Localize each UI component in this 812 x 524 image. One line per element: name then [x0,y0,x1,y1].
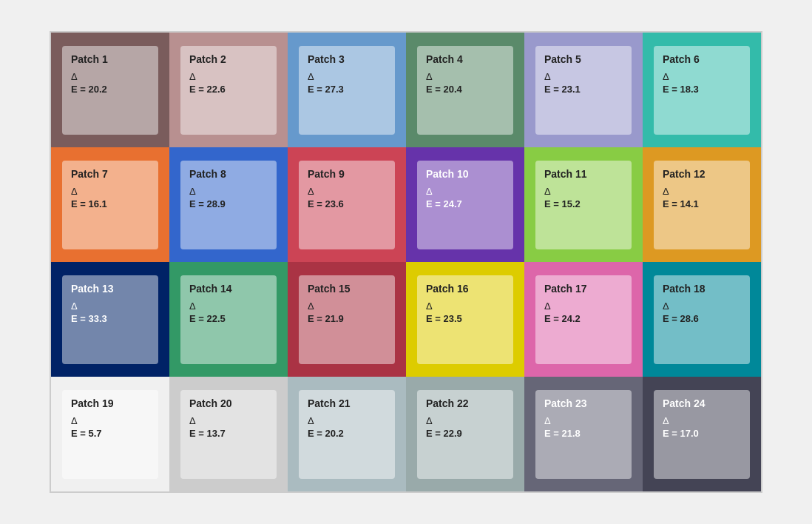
patch-name-4: Patch 4 [426,53,504,65]
patch-cell-4: Patch 4ΔE = 20.4 [406,33,524,147]
patch-card-10: Patch 10ΔE = 24.7 [417,161,513,249]
patch-card-7: Patch 7ΔE = 16.1 [62,161,158,249]
patch-delta-23: Δ [544,415,623,426]
patch-cell-9: Patch 9ΔE = 23.6 [288,147,406,262]
patch-name-23: Patch 23 [544,397,623,409]
patch-delta-20: Δ [189,415,268,426]
patch-card-2: Patch 2ΔE = 22.6 [180,46,277,135]
patch-delta-10: Δ [426,186,504,197]
patch-card-24: Patch 24ΔE = 17.0 [654,390,750,479]
patch-e-24: E = 17.0 [663,428,741,439]
patch-delta-21: Δ [308,415,386,426]
patch-card-22: Patch 22ΔE = 22.9 [417,390,513,479]
patch-e-21: E = 20.2 [308,428,386,439]
patch-delta-15: Δ [308,300,386,312]
patch-e-3: E = 27.3 [308,84,386,95]
patch-name-12: Patch 12 [663,168,741,180]
patch-cell-8: Patch 8ΔE = 28.9 [169,147,288,262]
patch-delta-24: Δ [663,415,741,426]
patch-e-17: E = 24.2 [544,313,623,324]
patch-card-17: Patch 17ΔE = 24.2 [535,275,632,364]
patch-name-15: Patch 15 [308,283,386,295]
patch-cell-5: Patch 5ΔE = 23.1 [524,33,643,147]
patch-cell-1: Patch 1ΔE = 20.2 [51,33,169,147]
patch-card-14: Patch 14ΔE = 22.5 [180,275,277,364]
patch-card-23: Patch 23ΔE = 21.8 [535,390,632,479]
patch-e-18: E = 28.6 [663,313,741,324]
patch-card-3: Patch 3ΔE = 27.3 [299,46,395,135]
patch-delta-17: Δ [544,300,623,312]
patch-cell-17: Patch 17ΔE = 24.2 [524,262,643,377]
patch-name-17: Patch 17 [544,283,623,295]
patch-cell-3: Patch 3ΔE = 27.3 [288,33,406,147]
patch-delta-3: Δ [308,71,386,82]
patch-cell-7: Patch 7ΔE = 16.1 [51,147,169,262]
patch-cell-6: Patch 6ΔE = 18.3 [643,33,761,147]
patch-cell-18: Patch 18ΔE = 28.6 [643,262,761,377]
patch-e-5: E = 23.1 [544,84,623,95]
patch-name-21: Patch 21 [308,397,386,409]
patch-cell-14: Patch 14ΔE = 22.5 [169,262,288,377]
patch-cell-12: Patch 12ΔE = 14.1 [643,147,761,262]
patch-card-13: Patch 13ΔE = 33.3 [62,275,158,364]
patch-e-14: E = 22.5 [189,313,268,324]
patch-name-24: Patch 24 [663,397,741,409]
patch-name-6: Patch 6 [663,53,741,65]
patch-card-4: Patch 4ΔE = 20.4 [417,46,513,135]
patch-delta-12: Δ [663,186,741,197]
patch-card-6: Patch 6ΔE = 18.3 [654,46,750,135]
patch-cell-15: Patch 15ΔE = 21.9 [288,262,406,377]
patch-cell-2: Patch 2ΔE = 22.6 [169,33,288,147]
patch-name-16: Patch 16 [426,283,504,295]
patch-e-22: E = 22.9 [426,428,504,439]
patch-e-19: E = 5.7 [71,428,149,439]
patch-card-18: Patch 18ΔE = 28.6 [654,275,750,364]
patch-e-15: E = 21.9 [308,313,386,324]
patch-delta-2: Δ [189,71,268,82]
patch-name-8: Patch 8 [189,168,268,180]
patch-delta-8: Δ [189,186,268,197]
patch-e-13: E = 33.3 [71,313,149,324]
patch-name-13: Patch 13 [71,283,149,295]
patch-cell-10: Patch 10ΔE = 24.7 [406,147,524,262]
patch-e-2: E = 22.6 [189,84,268,95]
patch-cell-21: Patch 21ΔE = 20.2 [288,377,406,491]
patch-e-9: E = 23.6 [308,198,386,209]
patch-delta-1: Δ [71,71,149,82]
patch-card-19: Patch 19ΔE = 5.7 [62,390,158,479]
patch-cell-16: Patch 16ΔE = 23.5 [406,262,524,377]
patch-card-21: Patch 21ΔE = 20.2 [299,390,395,479]
patch-delta-19: Δ [71,415,149,426]
patch-cell-19: Patch 19ΔE = 5.7 [51,377,169,491]
patch-name-20: Patch 20 [189,397,268,409]
patch-card-8: Patch 8ΔE = 28.9 [180,161,277,249]
patch-delta-18: Δ [663,300,741,312]
patch-name-22: Patch 22 [426,397,504,409]
patch-e-23: E = 21.8 [544,428,623,439]
patch-e-7: E = 16.1 [71,198,149,209]
patch-e-10: E = 24.7 [426,198,504,209]
patch-e-20: E = 13.7 [189,428,268,439]
patch-card-12: Patch 12ΔE = 14.1 [654,161,750,249]
patch-delta-14: Δ [189,300,268,312]
patch-cell-11: Patch 11ΔE = 15.2 [524,147,643,262]
patch-delta-7: Δ [71,186,149,197]
patch-cell-20: Patch 20ΔE = 13.7 [169,377,288,491]
patch-name-11: Patch 11 [544,168,623,180]
patch-e-8: E = 28.9 [189,198,268,209]
patch-name-1: Patch 1 [71,53,149,65]
patch-e-16: E = 23.5 [426,313,504,324]
patch-card-15: Patch 15ΔE = 21.9 [299,275,395,364]
patch-name-7: Patch 7 [71,168,149,180]
patch-card-16: Patch 16ΔE = 23.5 [417,275,513,364]
patch-delta-5: Δ [544,71,623,82]
patch-card-11: Patch 11ΔE = 15.2 [535,161,632,249]
patch-card-5: Patch 5ΔE = 23.1 [535,46,632,135]
patch-delta-13: Δ [71,300,149,312]
patch-cell-24: Patch 24ΔE = 17.0 [643,377,761,491]
patch-e-12: E = 14.1 [663,198,741,209]
patch-name-3: Patch 3 [308,53,386,65]
patch-cell-22: Patch 22ΔE = 22.9 [406,377,524,491]
patch-name-19: Patch 19 [71,397,149,409]
patch-grid: Patch 1ΔE = 20.2Patch 2ΔE = 22.6Patch 3Δ… [50,31,762,493]
